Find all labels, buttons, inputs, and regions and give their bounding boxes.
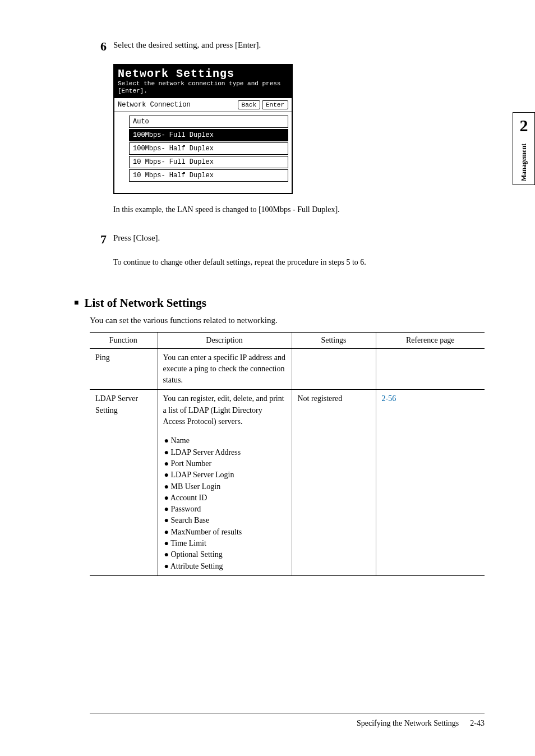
cell-settings [292, 348, 376, 390]
screenshot-title: Network Settings [118, 67, 288, 80]
table-row: Ping You can enter a specific IP address… [90, 348, 485, 390]
list-item: ● LDAP Server Address [163, 447, 286, 458]
screenshot-controls: Network Connection Back Enter [114, 98, 292, 112]
list-item: ● MB User Login [163, 481, 286, 492]
page-content: 2 Management 6 Select the desired settin… [0, 0, 535, 756]
option-auto[interactable]: Auto [129, 116, 288, 128]
table-row: LDAP Server Setting You can register, ed… [90, 390, 485, 575]
col-reference: Reference page [376, 332, 485, 348]
list-item: ● Search Base [163, 515, 286, 526]
step-text: Select the desired setting, and press [E… [113, 39, 485, 54]
list-item: ● Attribute Setting [163, 561, 286, 572]
step-number: 6 [90, 39, 107, 54]
option-100-full[interactable]: 100Mbps- Full Duplex [129, 129, 288, 141]
list-item: ● MaxNumber of results [163, 527, 286, 538]
bullet-list: ● Name ● LDAP Server Address ● Port Numb… [163, 435, 286, 572]
section-intro: You can set the various functions relate… [90, 316, 485, 325]
section-heading: ■ List of Network Settings [74, 296, 485, 310]
col-description: Description [157, 332, 292, 348]
chapter-number: 2 [513, 113, 534, 135]
col-settings: Settings [292, 332, 376, 348]
cell-description: You can enter a specific IP address and … [157, 348, 292, 390]
table-header-row: Function Description Settings Reference … [90, 332, 485, 348]
description-main: You can register, edit, delete, and prin… [163, 394, 284, 426]
list-item: ● Password [163, 504, 286, 515]
reference-link[interactable]: 2-56 [382, 394, 396, 403]
cell-reference [376, 348, 485, 390]
cell-function: LDAP Server Setting [90, 390, 157, 575]
page-footer: Specifying the Network Settings 2-43 [90, 713, 485, 728]
footer-page: 2-43 [470, 719, 485, 728]
step-number: 7 [90, 232, 107, 247]
chapter-label: Management [520, 140, 528, 185]
list-item: ● Name [163, 435, 286, 446]
footer-title: Specifying the Network Settings [357, 719, 459, 728]
step-text: Press [Close]. [113, 232, 485, 247]
network-settings-table: Function Description Settings Reference … [90, 332, 485, 576]
col-function: Function [90, 332, 157, 348]
step-6-note: In this example, the LAN speed is change… [113, 204, 485, 215]
list-item: ● Account ID [163, 492, 286, 504]
list-item: ● Optional Setting [163, 549, 286, 560]
cell-function: Ping [90, 348, 157, 390]
step-7-note: To continue to change other default sett… [113, 257, 485, 268]
option-10-half[interactable]: 10 Mbps- Half Duplex [129, 169, 288, 182]
cell-settings: Not registered [292, 390, 376, 575]
cell-description: You can register, edit, delete, and prin… [157, 390, 292, 575]
option-10-full[interactable]: 10 Mbps- Full Duplex [129, 156, 288, 168]
screenshot-header: Network Settings Select the network conn… [114, 65, 292, 98]
list-item: ● LDAP Server Login [163, 469, 286, 481]
step-6: 6 Select the desired setting, and press … [90, 39, 485, 54]
network-settings-screenshot: Network Settings Select the network conn… [113, 64, 293, 194]
list-item: ● Port Number [163, 458, 286, 469]
connection-label: Network Connection [118, 101, 191, 109]
back-button[interactable]: Back [238, 100, 260, 109]
cell-reference: 2-56 [376, 390, 485, 575]
enter-button[interactable]: Enter [262, 100, 288, 109]
options-list: Auto 100Mbps- Full Duplex 100Mbps- Half … [114, 112, 292, 193]
chapter-tab: 2 Management [513, 112, 535, 185]
section-title: List of Network Settings [84, 296, 206, 310]
screenshot-subtitle: Select the network connection type and p… [118, 80, 288, 95]
button-group: Back Enter [238, 100, 288, 109]
option-100-half[interactable]: 100Mbps- Half Duplex [129, 142, 288, 155]
list-item: ● Time Limit [163, 538, 286, 549]
step-7: 7 Press [Close]. [90, 232, 485, 247]
bullet-icon: ■ [74, 298, 79, 307]
